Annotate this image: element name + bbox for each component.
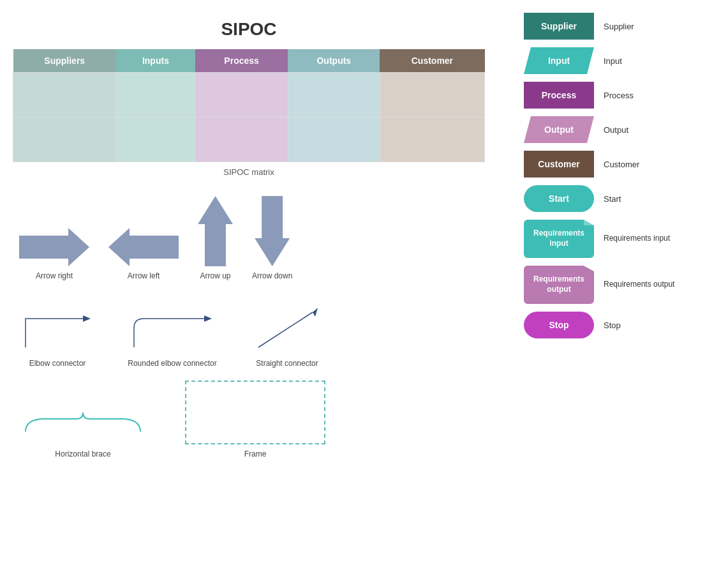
rounded-elbow-connector-item: Rounded elbow connector xyxy=(128,303,217,368)
customer-label: Customer xyxy=(604,160,639,169)
svg-marker-0 xyxy=(83,315,91,322)
straight-connector-item: Straight connector xyxy=(249,303,325,368)
sipoc-header-inputs: Inputs xyxy=(116,49,195,73)
legend-stop: Stop Stop xyxy=(524,312,715,338)
legend-input: Input Input xyxy=(524,47,715,74)
arrow-up-label: Arrow up xyxy=(200,271,230,280)
legend-start: Start Start xyxy=(524,185,715,212)
brace-item: Horizontal brace xyxy=(19,400,147,458)
svg-marker-1 xyxy=(204,315,212,322)
supplier-shape: Supplier xyxy=(524,13,594,40)
req-output-shape-text: Requirements output xyxy=(528,275,591,294)
req-input-label: Requirements input xyxy=(604,234,670,244)
arrow-down-item: Arrow down xyxy=(252,196,292,280)
arrow-right-shape xyxy=(19,228,89,266)
sipoc-title-text: SIPOC xyxy=(13,13,485,49)
sipoc-header-outputs: Outputs xyxy=(288,49,380,73)
output-shape: Output xyxy=(524,116,594,143)
legend-customer: Customer Customer xyxy=(524,151,715,178)
legend-output: Output Output xyxy=(524,116,715,143)
arrows-section: Arrow right Arrow left Arrow up Arrow do… xyxy=(13,196,485,280)
sipoc-cell-s1 xyxy=(13,73,116,117)
input-shape: Input xyxy=(524,47,594,74)
input-label: Input xyxy=(604,56,622,66)
req-output-shape: Requirements output xyxy=(524,266,594,304)
supplier-label: Supplier xyxy=(604,22,634,31)
req-output-label: Requirements output xyxy=(604,280,674,290)
start-shape: Start xyxy=(524,185,594,212)
sipoc-cell-p2 xyxy=(195,117,288,162)
frame-label: Frame xyxy=(244,450,267,458)
req-input-shape: Requirements input xyxy=(524,220,594,258)
arrow-right-label: Arrow right xyxy=(36,271,73,280)
brace-shape xyxy=(19,400,147,444)
arrow-left-shape xyxy=(108,228,179,266)
legend-req-input: Requirements input Requirements input xyxy=(524,220,715,258)
output-label: Output xyxy=(604,125,628,135)
sipoc-caption: SIPOC matrix xyxy=(13,167,485,177)
frame-item: Frame xyxy=(185,381,325,458)
process-label: Process xyxy=(604,91,634,100)
svg-marker-3 xyxy=(313,308,318,317)
start-label: Start xyxy=(604,194,621,204)
arrow-left-item: Arrow left xyxy=(108,228,179,280)
elbow-connector-label: Elbow connector xyxy=(29,359,86,368)
arrow-up-item: Arrow up xyxy=(198,196,233,280)
sipoc-cell-i1 xyxy=(116,73,195,117)
sipoc-cell-c2 xyxy=(380,117,484,162)
arrow-down-shape xyxy=(255,196,290,266)
sipoc-cell-o2 xyxy=(288,117,380,162)
sipoc-cell-i2 xyxy=(116,117,195,162)
legend-supplier: Supplier Supplier xyxy=(524,13,715,40)
sipoc-cell-c1 xyxy=(380,73,484,117)
brace-label: Horizontal brace xyxy=(55,450,110,458)
svg-line-2 xyxy=(258,312,313,347)
sipoc-cell-o1 xyxy=(288,73,380,117)
right-panel: Supplier Supplier Input Input Process Pr… xyxy=(524,13,715,338)
arrow-down-label: Arrow down xyxy=(252,271,292,280)
rounded-elbow-connector-shape xyxy=(128,303,217,354)
legend-req-output: Requirements output Requirements output xyxy=(524,266,715,304)
sipoc-table: Suppliers Inputs Process Outputs Custome… xyxy=(13,49,485,162)
arrow-right-item: Arrow right xyxy=(19,228,89,280)
sipoc-cell-s2 xyxy=(13,117,116,162)
sipoc-cell-p1 xyxy=(195,73,288,117)
straight-connector-shape xyxy=(249,303,325,354)
elbow-connector-item: Elbow connector xyxy=(19,303,96,368)
process-shape: Process xyxy=(524,82,594,109)
rounded-elbow-connector-label: Rounded elbow connector xyxy=(128,359,216,368)
stop-shape: Stop xyxy=(524,312,594,338)
legend-process: Process Process xyxy=(524,82,715,109)
customer-shape: Customer xyxy=(524,151,594,178)
arrow-up-shape xyxy=(198,196,233,266)
stop-label: Stop xyxy=(604,321,621,330)
sipoc-header-process: Process xyxy=(195,49,288,73)
bottom-section: Horizontal brace Frame xyxy=(13,381,485,458)
req-input-shape-text: Requirements input xyxy=(528,229,591,248)
elbow-connector-shape xyxy=(19,303,96,354)
frame-shape xyxy=(185,381,325,444)
sipoc-header-suppliers: Suppliers xyxy=(13,49,116,73)
arrow-left-label: Arrow left xyxy=(128,271,160,280)
connectors-section: Elbow connector Rounded elbow connector … xyxy=(13,303,485,368)
straight-connector-label: Straight connector xyxy=(256,359,318,368)
sipoc-header-customer: Customer xyxy=(380,49,484,73)
left-panel: SIPOC Suppliers Inputs Process Outputs C… xyxy=(13,13,485,458)
